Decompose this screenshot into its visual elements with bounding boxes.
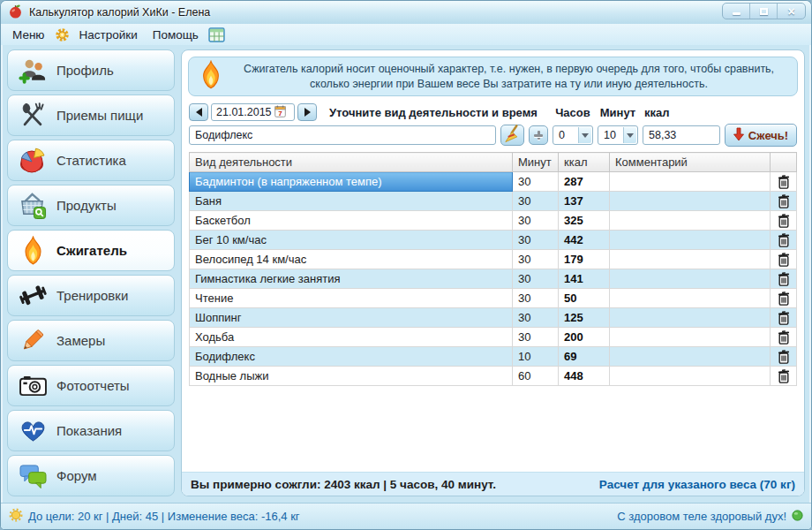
- table-icon[interactable]: [208, 27, 225, 42]
- camera-icon: [17, 371, 49, 401]
- sidebar-item-burner[interactable]: Сжигатель: [7, 230, 175, 271]
- column-header-comment[interactable]: Комментарий: [610, 153, 771, 172]
- delete-button[interactable]: [771, 211, 797, 231]
- column-header-activity[interactable]: Вид деятельности: [190, 153, 513, 172]
- delete-button[interactable]: [771, 172, 797, 192]
- sidebar-item-forum[interactable]: Форум: [7, 455, 175, 496]
- minutes-select[interactable]: 10: [598, 125, 638, 145]
- comment-cell: [610, 172, 771, 192]
- comment-cell: [610, 231, 771, 250]
- kcal-cell: 125: [559, 308, 610, 328]
- close-button[interactable]: ×: [778, 4, 805, 19]
- delete-button[interactable]: [771, 347, 797, 367]
- activity-cell[interactable]: Гимнастика легкие занятия: [190, 269, 513, 289]
- heart-pulse-icon: [17, 416, 49, 446]
- statusbar: До цели: 20 кг | Дней: 45 | Изменение ве…: [1, 503, 811, 529]
- hours-select[interactable]: 0: [553, 125, 593, 145]
- gear-icon[interactable]: [55, 27, 70, 42]
- activity-cell[interactable]: Шоппинг: [190, 308, 513, 328]
- sidebar: Профиль Приемы пищи: [7, 49, 175, 496]
- sidebar-item-products[interactable]: Продукты: [7, 185, 175, 226]
- trash-icon: [778, 330, 790, 344]
- activity-input[interactable]: [189, 125, 496, 145]
- delete-button[interactable]: [771, 192, 797, 211]
- pencil-icon: [17, 326, 49, 356]
- menu-item-help[interactable]: Помощь: [151, 27, 200, 42]
- minutes-cell: 30: [513, 211, 559, 231]
- delete-button[interactable]: [771, 231, 797, 250]
- kcal-cell: 69: [559, 347, 610, 367]
- status-left: До цели: 20 кг | Дней: 45 | Изменение ве…: [9, 508, 300, 525]
- column-header-kcal[interactable]: ккал: [559, 153, 610, 172]
- pie-chart-icon: [17, 146, 49, 176]
- next-day-button[interactable]: [297, 103, 317, 121]
- comment-cell: [610, 269, 771, 289]
- delete-button[interactable]: [771, 328, 797, 347]
- sidebar-item-profile[interactable]: Профиль: [7, 49, 175, 91]
- table-row: Баскетбол 30 325: [190, 211, 797, 231]
- activity-cell[interactable]: Велосипед 14 км/час: [190, 250, 513, 269]
- svg-text:7: 7: [278, 109, 282, 117]
- activity-cell[interactable]: Бег 10 км/час: [190, 231, 513, 250]
- minutes-cell: 10: [513, 347, 559, 367]
- minutes-cell: 30: [513, 172, 559, 192]
- chevron-left-icon: [196, 108, 202, 117]
- activity-cell[interactable]: Водные лыжи: [190, 367, 513, 386]
- table-row: Водные лыжи 60 448: [190, 367, 797, 386]
- delete-button[interactable]: [771, 367, 797, 386]
- sidebar-item-workouts[interactable]: Тренировки: [7, 275, 175, 316]
- activity-cell[interactable]: Баня: [190, 192, 513, 211]
- minutes-value: 10: [604, 129, 616, 141]
- users-add-icon: [17, 56, 49, 86]
- clear-button[interactable]: [500, 125, 524, 146]
- minimize-button[interactable]: [723, 4, 750, 19]
- maximize-button[interactable]: [750, 4, 778, 19]
- sidebar-item-readings[interactable]: Показания: [7, 410, 175, 451]
- activity-cell[interactable]: Бадминтон (в напряженном темпе): [190, 172, 513, 192]
- minimize-icon: [733, 12, 741, 15]
- comment-cell: [610, 328, 771, 347]
- column-header-actions: [771, 153, 797, 172]
- sidebar-item-statistics[interactable]: Статистика: [7, 140, 175, 181]
- kcal-cell: 50: [559, 289, 610, 308]
- flame-icon: [17, 236, 49, 266]
- weight-note: Расчет для указаного веса (70 кг): [599, 478, 795, 491]
- delete-button[interactable]: [771, 250, 797, 269]
- trash-icon: [778, 272, 790, 286]
- sidebar-item-photo-reports[interactable]: Фотоотчеты: [7, 365, 175, 406]
- add-activity-button[interactable]: [529, 125, 548, 145]
- calendar-icon[interactable]: 7: [274, 105, 291, 120]
- trash-icon: [778, 292, 790, 306]
- sun-icon: [9, 508, 23, 525]
- kcal-input[interactable]: [643, 125, 720, 145]
- prev-day-button[interactable]: [189, 103, 208, 121]
- sidebar-item-measurements[interactable]: Замеры: [7, 320, 175, 361]
- activity-cell[interactable]: Бодифлекс: [190, 347, 513, 367]
- burn-button[interactable]: Сжечь!: [725, 124, 797, 147]
- date-controls-row: 21.01.2015 7 Уточните вид деятельности и…: [189, 102, 797, 122]
- motto-text: С здоровом теле здоровый дух!: [617, 510, 786, 523]
- minutes-cell: 30: [513, 231, 559, 250]
- delete-button[interactable]: [771, 308, 797, 328]
- kcal-cell: 137: [559, 192, 610, 211]
- delete-button[interactable]: [771, 289, 797, 308]
- hours-label: Часов: [553, 106, 593, 119]
- flame-icon: [199, 60, 222, 93]
- menu-item-settings[interactable]: Настройки: [78, 27, 139, 42]
- sidebar-item-meals[interactable]: Приемы пищи: [7, 95, 175, 136]
- trash-icon: [778, 350, 790, 364]
- date-field[interactable]: 21.01.2015 7: [211, 103, 295, 121]
- column-header-minutes[interactable]: Минут: [513, 153, 559, 172]
- activity-cell[interactable]: Ходьба: [190, 328, 513, 347]
- menu-item-menu[interactable]: Меню: [11, 27, 47, 42]
- comment-cell: [610, 250, 771, 269]
- burned-summary: Вы примерно сожгли: 2403 ккал | 5 часов,…: [191, 478, 496, 491]
- activity-cell[interactable]: Чтение: [190, 289, 513, 308]
- delete-button[interactable]: [771, 269, 797, 289]
- date-value: 21.01.2015: [216, 106, 272, 118]
- burn-button-label: Сжечь!: [748, 129, 788, 142]
- activity-input-row: 0 10 Сжечь!: [189, 125, 797, 146]
- comment-cell: [610, 367, 771, 386]
- activity-cell[interactable]: Баскетбол: [190, 211, 513, 231]
- comment-cell: [610, 192, 771, 211]
